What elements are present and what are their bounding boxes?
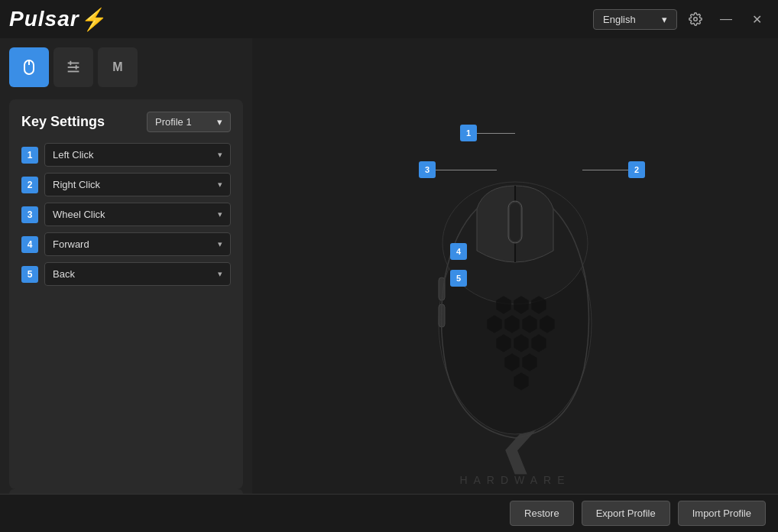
mouse-label-1: 1 — [460, 125, 477, 141]
chevron-icon-3: ▾ — [218, 209, 222, 219]
key-dropdown-3[interactable]: Wheel Click ▾ — [44, 203, 231, 226]
key-settings-panel: Key Settings Profile 1 ▾ 1 Left Click ▾ … — [9, 99, 243, 489]
panel-title: Key Settings — [21, 114, 105, 130]
mouse-container: 1 2 3 4 5 — [378, 109, 653, 461]
key-row-4: 4 Forward ▾ — [21, 232, 231, 256]
titlebar-controls: English ▾ — ✕ — [593, 7, 769, 31]
sidebar: M Key Settings Profile 1 ▾ 1 Left Click … — [0, 38, 252, 532]
settings-button[interactable] — [683, 7, 708, 31]
svg-rect-12 — [510, 203, 520, 242]
key-num-5: 5 — [21, 266, 38, 283]
key-label-2: Right Click — [53, 179, 100, 190]
import-profile-button[interactable]: Import Profile — [678, 501, 766, 526]
key-num-1: 1 — [21, 147, 38, 164]
key-dropdown-1[interactable]: Left Click ▾ — [44, 143, 231, 167]
language-selector[interactable]: English ▾ — [593, 9, 677, 30]
macro-icon: M — [112, 60, 122, 74]
profile-chevron-icon: ▾ — [217, 116, 222, 128]
tab-dpi[interactable] — [53, 47, 93, 87]
key-dropdown-5[interactable]: Back ▾ — [44, 262, 231, 286]
tab-mouse[interactable] — [9, 47, 49, 87]
minimize-button[interactable]: — — [714, 7, 738, 31]
key-num-3: 3 — [21, 206, 38, 223]
key-label-5: Back — [53, 268, 75, 280]
mouse-label-5: 5 — [450, 270, 467, 287]
close-button[interactable]: ✕ — [744, 7, 769, 31]
chevron-icon-1: ▾ — [218, 150, 222, 160]
logo: Pulsar ⚡ — [9, 7, 108, 32]
svg-point-0 — [694, 18, 698, 21]
mouse-area: ❮ HARDWARE — [252, 38, 778, 532]
logo-text: Pulsar — [9, 7, 79, 31]
language-chevron-icon: ▾ — [662, 14, 667, 25]
key-num-4: 4 — [21, 236, 38, 253]
key-dropdown-2[interactable]: Right Click ▾ — [44, 173, 231, 196]
mouse-label-4: 4 — [450, 243, 467, 260]
key-label-3: Wheel Click — [53, 209, 105, 220]
key-num-2: 2 — [21, 177, 38, 193]
bottom-bar: Restore Export Profile Import Profile — [0, 494, 778, 532]
titlebar: Pulsar ⚡ English ▾ — ✕ — [0, 0, 778, 38]
watermark-text: HARDWARE — [459, 474, 570, 486]
main-content: M Key Settings Profile 1 ▾ 1 Left Click … — [0, 38, 778, 532]
restore-button[interactable]: Restore — [510, 501, 574, 526]
mouse-label-3: 3 — [419, 161, 436, 178]
connector-3 — [436, 170, 497, 170]
key-label-1: Left Click — [53, 149, 93, 161]
mouse-label-2: 2 — [628, 161, 645, 178]
key-row-3: 3 Wheel Click ▾ — [21, 203, 231, 226]
tab-macro[interactable]: M — [98, 47, 138, 87]
export-profile-button[interactable]: Export Profile — [582, 501, 670, 526]
key-label-4: Forward — [53, 238, 89, 250]
logo-bolt: ⚡ — [81, 7, 108, 32]
language-label: English — [603, 14, 636, 25]
profile-label: Profile 1 — [155, 116, 192, 128]
panel-header: Key Settings Profile 1 ▾ — [21, 112, 231, 132]
chevron-icon-2: ▾ — [218, 180, 222, 190]
tab-row: M — [9, 47, 243, 87]
connector-1 — [477, 133, 515, 134]
key-row-1: 1 Left Click ▾ — [21, 143, 231, 167]
connector-2 — [582, 170, 628, 170]
key-row-2: 2 Right Click ▾ — [21, 173, 231, 196]
chevron-icon-5: ▾ — [218, 269, 222, 279]
key-row-5: 5 Back ▾ — [21, 262, 231, 286]
key-dropdown-4[interactable]: Forward ▾ — [44, 232, 231, 256]
chevron-icon-4: ▾ — [218, 239, 222, 249]
profile-dropdown[interactable]: Profile 1 ▾ — [147, 112, 231, 132]
